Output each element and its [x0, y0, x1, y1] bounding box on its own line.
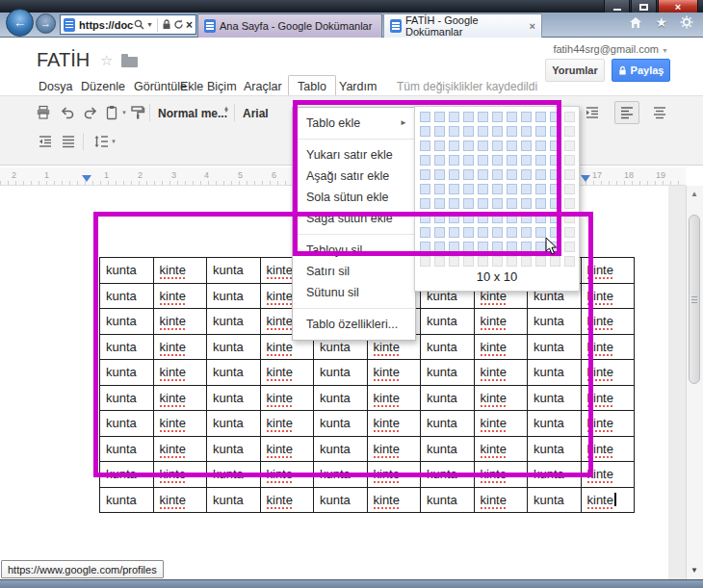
grid-cell[interactable]: [564, 155, 575, 166]
status-url-tooltip: https://www.google.com/profiles: [1, 560, 164, 578]
right-indent-marker[interactable]: [581, 175, 590, 182]
table-cell[interactable]: kunta: [528, 487, 582, 513]
stop-icon[interactable]: ×: [186, 19, 193, 31]
left-indent-marker[interactable]: [82, 175, 91, 182]
forward-button[interactable]: →: [36, 13, 56, 34]
vertical-scrollbar[interactable]: ▲ ▼: [686, 186, 703, 579]
cell-word-misspelled: kinte: [160, 493, 186, 507]
line-spacing-dropdown-icon[interactable]: ▼: [111, 139, 117, 144]
back-button[interactable]: ←: [6, 9, 34, 37]
document-title[interactable]: FATİH: [37, 49, 90, 71]
tab-ana-sayfa[interactable]: Ana Sayfa - Google Dokümanlar: [197, 13, 382, 38]
cell-word: kunta: [213, 493, 244, 507]
font-selector[interactable]: Arial: [243, 107, 269, 120]
menubar-item-8[interactable]: Yardım: [339, 80, 377, 93]
table-cell[interactable]: kunta: [421, 487, 475, 513]
grid-cell[interactable]: [564, 112, 575, 122]
tab-favicon: [390, 19, 402, 33]
undo-icon[interactable]: [59, 104, 76, 121]
window-titlebar[interactable]: ×: [0, 0, 703, 13]
cell-word-misspelled: kinte: [587, 493, 613, 507]
table-cell[interactable]: kunta: [314, 487, 368, 513]
redo-icon[interactable]: [82, 104, 99, 121]
table-row: kuntakintekuntakintekuntakintekuntakinte…: [100, 487, 635, 513]
divider: [149, 104, 150, 121]
table-cell[interactable]: kunta: [207, 487, 261, 513]
window-bottom-frame: [0, 579, 703, 588]
address-bar[interactable]: https://docs.goo... ▼ ×: [60, 14, 196, 35]
style-selector[interactable]: Normal me...: [158, 107, 227, 120]
tab-favicon: [204, 19, 216, 33]
indent-icon[interactable]: [584, 104, 601, 121]
lock-icon: [162, 19, 171, 30]
search-icon[interactable]: [134, 19, 144, 30]
cell-word-misspelled: kinte: [481, 493, 507, 507]
chevron-down-icon: ▼: [662, 47, 668, 54]
refresh-icon[interactable]: [173, 19, 184, 30]
favorites-star-icon[interactable]: ★: [655, 15, 667, 29]
close-icon: ×: [675, 2, 681, 13]
grid-cell[interactable]: [564, 126, 575, 137]
forward-arrow-icon: →: [40, 18, 51, 29]
paint-format-icon[interactable]: [129, 104, 146, 121]
scrollbar-thumb[interactable]: [689, 215, 700, 384]
ruler-number: 18: [624, 170, 634, 180]
menubar-item-5[interactable]: Biçim: [207, 80, 237, 93]
indent-decrease-icon[interactable]: [37, 133, 54, 150]
scroll-up-icon[interactable]: ▲: [690, 191, 698, 198]
align-center-icon[interactable]: [651, 104, 668, 121]
paste-icon[interactable]: [103, 104, 120, 121]
share-lock-icon: [618, 65, 627, 76]
search-dropdown-icon[interactable]: ▼: [146, 21, 153, 28]
ruler-number: 5: [238, 170, 243, 180]
browser-window: × ← → https://docs.goo... ▼ × Ana Sayfa …: [0, 0, 703, 588]
cell-word: kunta: [320, 493, 351, 507]
table-cell[interactable]: kinte: [153, 487, 207, 513]
ruler-number: 4: [204, 170, 209, 180]
annotation-rectangle-table: [93, 212, 593, 477]
ruler-number: 2: [12, 170, 16, 180]
ruler-number: 6: [272, 170, 276, 180]
docs-favicon: [64, 18, 75, 32]
table-cell[interactable]: kinte: [260, 487, 314, 513]
menubar-item-1[interactable]: Dosya: [39, 80, 72, 93]
grid-cell[interactable]: [564, 184, 575, 194]
paste-dropdown-icon[interactable]: ▼: [121, 110, 127, 115]
menubar-item-3[interactable]: Görüntüle: [134, 80, 187, 93]
tab-label: FATİH - Google Dokümanlar: [405, 14, 530, 38]
grid-cell[interactable]: [564, 141, 575, 151]
menubar-item-4[interactable]: Ekle: [180, 80, 203, 93]
home-icon[interactable]: [629, 16, 642, 29]
grid-cell[interactable]: [564, 198, 575, 209]
folder-icon[interactable]: [121, 57, 138, 67]
table-cell[interactable]: kinte: [474, 487, 528, 513]
table-cell[interactable]: kunta: [100, 487, 154, 513]
table-cell[interactable]: kinte: [581, 487, 635, 513]
style-stepper-icon[interactable]: ▲▼: [223, 107, 229, 114]
cell-word-misspelled: kinte: [374, 493, 400, 507]
justify-icon[interactable]: [60, 133, 77, 150]
grid-cell[interactable]: [564, 169, 575, 180]
menubar-item-2[interactable]: Düzenle: [81, 80, 125, 93]
ruler-number: 3: [171, 170, 176, 180]
text-cursor: [614, 493, 616, 506]
back-arrow-icon: ←: [13, 16, 26, 29]
scroll-down-icon[interactable]: ▼: [690, 567, 698, 575]
url-text[interactable]: https://docs.goo...: [79, 19, 134, 31]
line-spacing-icon[interactable]: [92, 133, 110, 150]
cell-word: kunta: [427, 493, 457, 507]
tab-fatih[interactable]: FATİH - Google Dokümanlar ×: [383, 13, 542, 38]
maximize-icon: [639, 4, 648, 11]
print-icon[interactable]: [35, 104, 52, 121]
align-left-button-selected[interactable]: [614, 101, 639, 124]
star-document-icon[interactable]: ☆: [100, 52, 113, 69]
menubar-item-6[interactable]: Araçlar: [244, 80, 282, 93]
table-cell[interactable]: kinte: [367, 487, 421, 513]
tab-label: Ana Sayfa - Google Dokümanlar: [220, 20, 372, 32]
minimize-icon: [613, 9, 621, 11]
tools-gear-icon[interactable]: [680, 15, 693, 29]
cell-word-misspelled: kinte: [267, 493, 293, 507]
account-menu[interactable]: fatih44srg@gmail.com ▼: [553, 43, 668, 55]
tab-close-icon[interactable]: ×: [530, 20, 535, 32]
divider: [157, 18, 158, 32]
